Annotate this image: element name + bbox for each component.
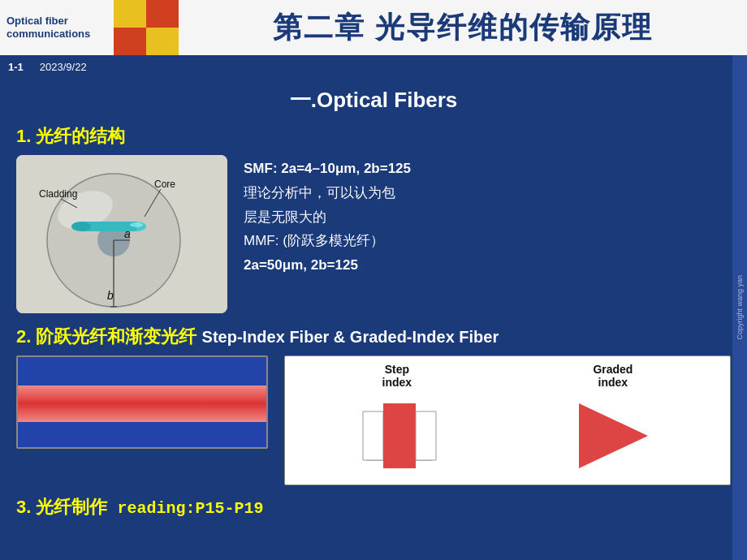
fiber-layers-svg bbox=[18, 357, 268, 449]
section2: 2. 阶跃光纤和渐变光纤 Step-Index Fiber & Graded-I… bbox=[16, 325, 731, 485]
deco-block-yellow-bottom bbox=[146, 28, 179, 55]
svg-point-6 bbox=[71, 222, 91, 231]
svg-rect-15 bbox=[18, 422, 268, 449]
fiber-cross-section-svg: Cladding Core a b bbox=[16, 155, 227, 313]
section2-content: Step index Graded index bbox=[16, 355, 731, 485]
spec-theory-line1: 理论分析中，可以认为包 bbox=[244, 183, 731, 203]
svg-marker-25 bbox=[383, 403, 416, 468]
section1-heading: 1. 光纤的结构 bbox=[16, 124, 731, 149]
svg-rect-13 bbox=[18, 357, 268, 386]
section1-content: Cladding Core a b SMF: 2a=4–10μm, 2b=125… bbox=[16, 155, 731, 313]
deco-block-red-bottom bbox=[114, 28, 146, 55]
fiber-specs: SMF: 2a=4–10μm, 2b=125 理论分析中，可以认为包 层是无限大… bbox=[244, 155, 731, 313]
deco-block-yellow-top bbox=[114, 0, 146, 28]
step-index-svg bbox=[359, 399, 440, 472]
slide-date: 2023/9/22 bbox=[40, 61, 87, 73]
spec-mmf: MMF: (阶跃多模光纤） bbox=[244, 231, 731, 251]
svg-point-7 bbox=[130, 222, 143, 227]
b-label: b bbox=[107, 289, 114, 302]
section3-heading: 3. 光纤制作 reading:P15-P19 bbox=[16, 495, 731, 519]
section-main-title: 一.Optical Fibers bbox=[16, 86, 731, 114]
main-content: 一.Optical Fibers 1. 光纤的结构 bbox=[0, 78, 747, 560]
a-label: a bbox=[124, 227, 131, 240]
header-decoration bbox=[114, 0, 179, 55]
index-labels-row: Step index Graded index bbox=[291, 363, 723, 389]
core-label: Core bbox=[154, 179, 175, 190]
spec-mmf-values: 2a=50μm, 2b=125 bbox=[244, 256, 731, 275]
main-title: 第二章 光导纤维的传输原理 bbox=[273, 8, 653, 48]
svg-marker-27 bbox=[579, 403, 648, 468]
spec-smf: SMF: 2a=4–10μm, 2b=125 bbox=[244, 159, 731, 179]
header-title: Optical fiber communications bbox=[6, 15, 107, 40]
graded-index-label: Graded index bbox=[593, 363, 633, 389]
section-title-text: 一.Optical Fibers bbox=[290, 88, 458, 112]
copyright-strip: Copyright wang yan bbox=[732, 55, 747, 560]
svg-rect-14 bbox=[18, 386, 268, 422]
header: Optical fiber communications 第二章 光导纤维的传输… bbox=[0, 0, 747, 55]
slide-info-bar: 1-1 2023/9/22 bbox=[0, 55, 747, 78]
svg-marker-24 bbox=[363, 411, 383, 460]
section3-reading: reading:P15-P19 bbox=[107, 499, 263, 518]
fiber-diagram: Cladding Core a b bbox=[16, 155, 227, 313]
index-shapes-row bbox=[291, 394, 723, 478]
deco-block-red-top bbox=[146, 0, 179, 28]
header-left-panel: Optical fiber communications bbox=[0, 0, 114, 55]
spec-theory-line2: 层是无限大的 bbox=[244, 208, 731, 227]
section2-heading: 2. 阶跃光纤和渐变光纤 Step-Index Fiber & Graded-I… bbox=[16, 325, 731, 349]
copyright-text: Copyright wang yan bbox=[736, 275, 744, 340]
svg-marker-26 bbox=[416, 411, 436, 460]
slide-number: 1-1 bbox=[8, 61, 24, 73]
graded-index-svg bbox=[575, 399, 656, 472]
fiber-layers-diagram bbox=[16, 355, 268, 449]
section3: 3. 光纤制作 reading:P15-P19 bbox=[16, 495, 731, 519]
cladding-label: Cladding bbox=[39, 188, 77, 200]
header-title-area: 第二章 光导纤维的传输原理 bbox=[179, 0, 747, 55]
index-diagrams: Step index Graded index bbox=[284, 355, 731, 485]
step-index-label: Step index bbox=[382, 363, 412, 389]
